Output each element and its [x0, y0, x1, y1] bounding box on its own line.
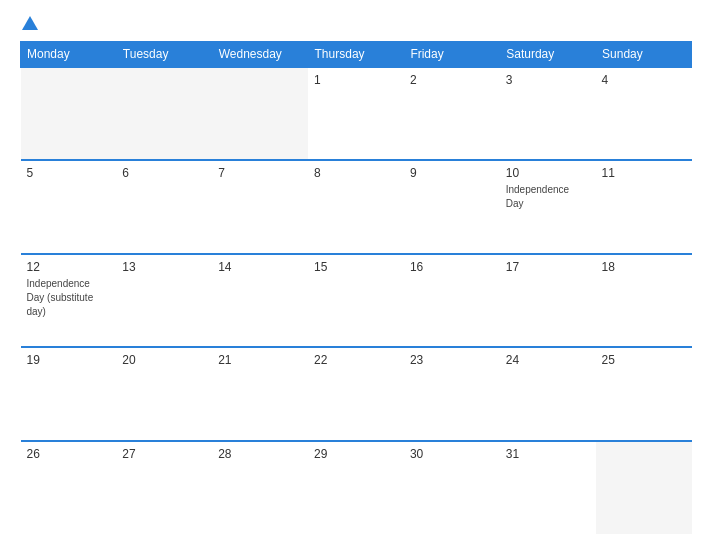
holiday-label: Independence Day [506, 184, 569, 209]
calendar-week-0: 1234 [21, 67, 692, 160]
calendar-cell: 13 [116, 254, 212, 347]
calendar-cell: 25 [596, 347, 692, 440]
calendar-week-2: 12Independence Day (substitute day)13141… [21, 254, 692, 347]
day-number: 8 [314, 166, 398, 180]
calendar-page: MondayTuesdayWednesdayThursdayFridaySatu… [0, 0, 712, 550]
day-header-monday: Monday [21, 42, 117, 68]
day-number: 27 [122, 447, 206, 461]
day-header-sunday: Sunday [596, 42, 692, 68]
calendar-cell: 1 [308, 67, 404, 160]
calendar-cell: 24 [500, 347, 596, 440]
calendar-table: MondayTuesdayWednesdayThursdayFridaySatu… [20, 41, 692, 534]
day-number: 9 [410, 166, 494, 180]
day-number: 28 [218, 447, 302, 461]
calendar-cell: 2 [404, 67, 500, 160]
day-number: 13 [122, 260, 206, 274]
day-number: 31 [506, 447, 590, 461]
day-number: 29 [314, 447, 398, 461]
calendar-cell: 6 [116, 160, 212, 253]
holiday-label: Independence Day (substitute day) [27, 278, 94, 317]
calendar-cell: 10Independence Day [500, 160, 596, 253]
calendar-week-3: 19202122232425 [21, 347, 692, 440]
calendar-cell: 19 [21, 347, 117, 440]
calendar-cell: 30 [404, 441, 500, 534]
calendar-cell: 9 [404, 160, 500, 253]
day-number: 1 [314, 73, 398, 87]
day-header-thursday: Thursday [308, 42, 404, 68]
day-header-saturday: Saturday [500, 42, 596, 68]
calendar-cell: 16 [404, 254, 500, 347]
calendar-cell: 7 [212, 160, 308, 253]
calendar-cell: 26 [21, 441, 117, 534]
calendar-cell: 18 [596, 254, 692, 347]
calendar-cell: 3 [500, 67, 596, 160]
calendar-cell: 31 [500, 441, 596, 534]
calendar-cell: 8 [308, 160, 404, 253]
day-number: 25 [602, 353, 686, 367]
day-number: 4 [602, 73, 686, 87]
calendar-cell: 12Independence Day (substitute day) [21, 254, 117, 347]
day-number: 14 [218, 260, 302, 274]
day-number: 6 [122, 166, 206, 180]
calendar-cell: 21 [212, 347, 308, 440]
day-number: 19 [27, 353, 111, 367]
day-number: 17 [506, 260, 590, 274]
calendar-week-4: 262728293031 [21, 441, 692, 534]
logo-triangle-icon [22, 16, 38, 30]
calendar-cell: 5 [21, 160, 117, 253]
calendar-cell: 11 [596, 160, 692, 253]
day-number: 23 [410, 353, 494, 367]
calendar-cell: 27 [116, 441, 212, 534]
day-header-friday: Friday [404, 42, 500, 68]
day-number: 10 [506, 166, 590, 180]
day-number: 26 [27, 447, 111, 461]
day-number: 7 [218, 166, 302, 180]
day-header-tuesday: Tuesday [116, 42, 212, 68]
calendar-cell: 15 [308, 254, 404, 347]
calendar-cell: 22 [308, 347, 404, 440]
calendar-cell: 14 [212, 254, 308, 347]
day-header-wednesday: Wednesday [212, 42, 308, 68]
day-number: 18 [602, 260, 686, 274]
day-number: 11 [602, 166, 686, 180]
calendar-cell: 28 [212, 441, 308, 534]
day-number: 22 [314, 353, 398, 367]
logo [20, 16, 40, 31]
day-number: 30 [410, 447, 494, 461]
day-number: 15 [314, 260, 398, 274]
day-number: 16 [410, 260, 494, 274]
calendar-cell: 20 [116, 347, 212, 440]
calendar-cell [21, 67, 117, 160]
calendar-week-1: 5678910Independence Day11 [21, 160, 692, 253]
day-number: 12 [27, 260, 111, 274]
calendar-cell [212, 67, 308, 160]
day-number: 24 [506, 353, 590, 367]
calendar-cell [116, 67, 212, 160]
day-number: 3 [506, 73, 590, 87]
calendar-cell: 17 [500, 254, 596, 347]
header [20, 16, 692, 31]
calendar-header-row: MondayTuesdayWednesdayThursdayFridaySatu… [21, 42, 692, 68]
day-number: 2 [410, 73, 494, 87]
day-number: 5 [27, 166, 111, 180]
calendar-cell: 23 [404, 347, 500, 440]
calendar-cell: 4 [596, 67, 692, 160]
calendar-cell [596, 441, 692, 534]
calendar-cell: 29 [308, 441, 404, 534]
day-number: 21 [218, 353, 302, 367]
day-number: 20 [122, 353, 206, 367]
